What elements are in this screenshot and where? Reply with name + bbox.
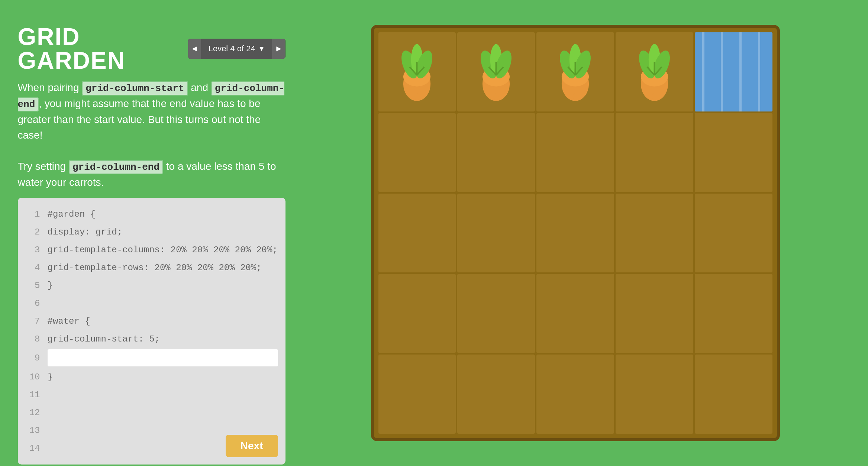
line-number-3: 3 <box>25 245 40 255</box>
garden-cell <box>695 194 772 273</box>
garden-cell <box>616 32 693 111</box>
code-line-9: 9 <box>18 348 285 368</box>
right-panel <box>300 25 851 441</box>
line-number-9: 9 <box>25 353 40 363</box>
garden-cell <box>616 355 693 434</box>
description-paragraph-1: When pairing grid-column-start and grid-… <box>18 80 285 143</box>
description-paragraph-2: Try setting grid-column-end to a value l… <box>18 159 285 190</box>
desc-part3: , you might assume that the end value ha… <box>18 98 261 141</box>
garden-cell <box>695 355 772 434</box>
line-content-7: #water { <box>48 316 278 326</box>
keyword-grid-column-start: grid-column-start <box>82 81 188 96</box>
garden-cell <box>616 274 693 353</box>
code-line-6: 6 <box>18 294 285 312</box>
level-display[interactable]: Level 4 of 24 ▼ <box>201 39 272 59</box>
next-button[interactable]: Next <box>226 435 278 457</box>
garden-cell <box>378 194 456 273</box>
line-content-3: grid-template-columns: 20% 20% 20% 20% 2… <box>48 245 278 255</box>
garden-cell <box>616 194 693 273</box>
garden-cell <box>695 274 772 353</box>
line-number-13: 13 <box>25 425 40 436</box>
code-editor: 1 #garden { 2 display: grid; 3 grid-temp… <box>18 198 285 465</box>
garden-cell <box>457 113 535 192</box>
level-dropdown-arrow: ▼ <box>258 45 265 53</box>
code-line-2: 2 display: grid; <box>18 223 285 241</box>
carrot-icon <box>465 40 527 103</box>
garden-cell <box>378 32 456 111</box>
code-line-5: 5 } <box>18 276 285 294</box>
code-line-1: 1 #garden { <box>18 205 285 223</box>
level-navigator: ◄ Level 4 of 24 ▼ ► <box>188 39 285 59</box>
garden-cell <box>536 194 614 273</box>
code-line-3: 3 grid-template-columns: 20% 20% 20% 20%… <box>18 241 285 259</box>
garden-cell <box>378 274 456 353</box>
garden-grid <box>378 32 772 434</box>
carrot-icon <box>623 40 685 103</box>
code-line-8: 8 grid-column-start: 5; <box>18 330 285 348</box>
garden-cell <box>378 355 456 434</box>
code-line-10: 10 } <box>18 368 285 386</box>
carrot-icon <box>544 40 606 103</box>
line-number-14: 14 <box>25 443 40 453</box>
carrot-icon <box>386 40 448 103</box>
code-line-7: 7 #water { <box>18 312 285 330</box>
desc-part4: Try setting <box>18 161 69 172</box>
code-line-12: 12 <box>18 404 285 421</box>
desc-part1: When pairing <box>18 82 82 93</box>
next-level-button[interactable]: ► <box>272 39 285 59</box>
line-content-2: display: grid; <box>48 227 278 237</box>
level-text: Level 4 of 24 <box>209 44 255 54</box>
line-number-10: 10 <box>25 372 40 382</box>
garden-cell <box>457 194 535 273</box>
garden-cell <box>536 32 614 111</box>
line-number-6: 6 <box>25 298 40 308</box>
description-block: When pairing grid-column-start and grid-… <box>18 80 285 190</box>
desc-part2: and <box>188 82 211 93</box>
garden-cell <box>457 355 535 434</box>
line-content-1: #garden { <box>48 209 278 219</box>
left-panel: Grid Garden ◄ Level 4 of 24 ▼ ► When pai… <box>18 25 285 465</box>
water-waves <box>695 32 772 111</box>
title-row: Grid Garden ◄ Level 4 of 24 ▼ ► <box>18 25 285 72</box>
garden-cell <box>616 113 693 192</box>
garden-cell <box>695 32 772 111</box>
app-title: Grid Garden <box>18 25 177 72</box>
line-content-10: } <box>48 372 278 382</box>
line-content-4: grid-template-rows: 20% 20% 20% 20% 20%; <box>48 263 278 273</box>
garden-cell <box>457 274 535 353</box>
code-input-field[interactable] <box>48 349 278 366</box>
line-number-2: 2 <box>25 227 40 237</box>
line-number-8: 8 <box>25 334 40 344</box>
line-content-8: grid-column-start: 5; <box>48 334 278 344</box>
code-lines: 1 #garden { 2 display: grid; 3 grid-temp… <box>18 205 285 457</box>
line-content-5: } <box>48 281 278 291</box>
garden-cell <box>695 113 772 192</box>
main-container: Grid Garden ◄ Level 4 of 24 ▼ ► When pai… <box>10 10 858 456</box>
garden-cell <box>536 113 614 192</box>
garden-cell <box>536 355 614 434</box>
prev-level-button[interactable]: ◄ <box>188 39 201 59</box>
garden-cell <box>536 274 614 353</box>
line-number-12: 12 <box>25 408 40 418</box>
code-line-4: 4 grid-template-rows: 20% 20% 20% 20% 20… <box>18 259 285 276</box>
line-number-11: 11 <box>25 390 40 400</box>
garden-container <box>371 25 780 441</box>
line-number-1: 1 <box>25 209 40 219</box>
line-number-4: 4 <box>25 263 40 273</box>
keyword-grid-column-end-2: grid-column-end <box>69 160 163 174</box>
line-number-5: 5 <box>25 281 40 291</box>
garden-cell <box>378 113 456 192</box>
code-line-11: 11 <box>18 386 285 404</box>
garden-cell <box>457 32 535 111</box>
line-number-7: 7 <box>25 316 40 326</box>
